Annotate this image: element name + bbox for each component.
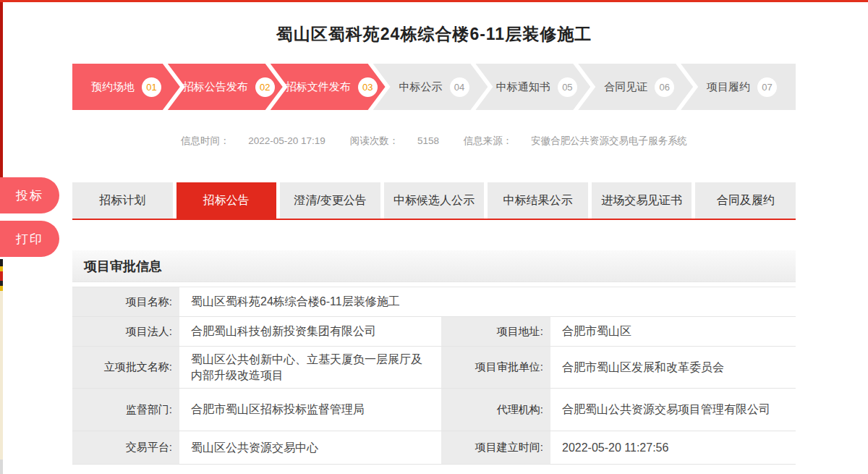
step-reserve-venue[interactable]: 预约场地 01	[72, 64, 180, 110]
step-winner-publicity[interactable]: 中标公示 04	[373, 64, 488, 110]
step-label: 中标通知书	[496, 80, 550, 94]
detail-tab-bar: 招标计划 招标公告 澄清/变更公告 中标候选人公示 中标结果公示 进场交易见证书…	[72, 182, 796, 219]
field-label: 交易平台:	[72, 431, 181, 464]
step-label: 合同见证	[604, 80, 647, 94]
field-value: 合肥市蜀山区招标投标监督管理局	[181, 389, 440, 431]
info-time-value: 2022-05-20 17:19	[248, 135, 326, 146]
step-number-badge: 05	[558, 77, 577, 97]
field-label: 监督部门:	[72, 389, 181, 431]
process-step-bar: 预约场地 01 招标公告发布 02 招标文件发布 03 中标公示 04 中标通知…	[72, 64, 796, 110]
step-tender-announcement[interactable]: 招标公告发布 02	[168, 64, 283, 110]
field-value: 2022-05-20 11:27:56	[552, 431, 796, 464]
bid-button[interactable]: 投标	[0, 177, 59, 213]
step-number-badge: 07	[757, 77, 777, 97]
step-number-badge: 04	[450, 77, 469, 97]
read-count-label: 阅读次数：	[350, 135, 399, 146]
field-label: 立项批文名称:	[72, 347, 181, 388]
step-label: 中标公示	[399, 80, 443, 94]
info-source-value: 安徽合肥公共资源交易电子服务系统	[531, 135, 687, 146]
field-value: 蜀山区公共创新中心、立基天厦负一层展厅及内部升级改造项目	[181, 347, 440, 388]
bidding-detail-page: 蜀山区蜀科苑24栋综合楼6-11层装修施工 预约场地 01 招标公告发布 02 …	[0, 0, 868, 474]
field-label: 项目建立时间:	[440, 431, 552, 464]
info-time-label: 信息时间：	[181, 135, 230, 146]
tab-contract-performance[interactable]: 合同及履约	[695, 182, 796, 219]
field-value: 合肥市蜀山区	[552, 317, 796, 346]
field-label: 项目审批单位:	[440, 347, 552, 388]
tab-tender-plan[interactable]: 招标计划	[72, 182, 173, 219]
tab-candidate-publicity[interactable]: 中标候选人公示	[384, 182, 485, 219]
article-meta-line: 信息时间： 2022-05-20 17:19 阅读次数： 5158 信息来源： …	[72, 135, 796, 148]
step-tender-documents[interactable]: 招标文件发布 03	[271, 64, 386, 110]
field-value: 合肥蜀山公共资源交易项目管理有限公司	[552, 389, 796, 431]
step-number-badge: 02	[255, 77, 275, 97]
step-number-badge: 01	[142, 77, 161, 97]
page-title: 蜀山区蜀科苑24栋综合楼6-11层装修施工	[0, 23, 868, 46]
field-label: 项目名称:	[72, 287, 181, 316]
top-red-bar	[0, 0, 868, 2]
print-button[interactable]: 打印	[0, 221, 59, 257]
field-label: 代理机构:	[440, 389, 552, 431]
field-value: 蜀山区蜀科苑24栋综合楼6-11层装修施工	[181, 287, 796, 316]
step-award-notice[interactable]: 中标通知书 05	[475, 64, 590, 110]
table-row: 项目法人: 合肥蜀山科技创新投资集团有限公司 项目地址: 合肥市蜀山区	[72, 317, 796, 347]
step-number-badge: 06	[655, 77, 674, 97]
table-row: 交易平台: 蜀山区公共资源交易中心 项目建立时间: 2022-05-20 11:…	[72, 431, 796, 465]
step-number-badge: 03	[358, 77, 378, 97]
field-label: 项目法人:	[72, 317, 181, 346]
table-row: 监督部门: 合肥市蜀山区招标投标监督管理局 代理机构: 合肥蜀山公共资源交易项目…	[72, 389, 796, 431]
info-source-label: 信息来源：	[464, 135, 513, 146]
field-value: 合肥市蜀山区发展和改革委员会	[552, 347, 796, 388]
tab-entry-certificate[interactable]: 进场交易见证书	[592, 182, 692, 219]
step-label: 预约场地	[91, 80, 135, 94]
tab-bar-underline	[72, 219, 796, 220]
step-contract-witness[interactable]: 合同见证 06	[578, 64, 693, 110]
section-title-project-approval: 项目审批信息	[72, 250, 796, 282]
step-project-performance[interactable]: 项目履约 07	[681, 64, 796, 110]
tab-tender-announcement[interactable]: 招标公告	[176, 182, 277, 219]
field-value: 合肥蜀山科技创新投资集团有限公司	[181, 317, 440, 346]
step-label: 招标公告发布	[183, 80, 248, 94]
read-count-value: 5158	[417, 135, 439, 146]
field-value: 蜀山区公共资源交易中心	[181, 431, 440, 464]
field-label: 项目地址:	[440, 317, 552, 346]
tab-clarification-change[interactable]: 澄清/变更公告	[280, 182, 380, 219]
tab-result-publicity[interactable]: 中标结果公示	[488, 182, 588, 219]
table-row: 项目名称: 蜀山区蜀科苑24栋综合楼6-11层装修施工	[72, 287, 796, 317]
step-label: 项目履约	[707, 80, 750, 94]
step-label: 招标文件发布	[286, 80, 351, 94]
table-row: 立项批文名称: 蜀山区公共创新中心、立基天厦负一层展厅及内部升级改造项目 项目审…	[72, 347, 796, 389]
project-approval-table: 项目名称: 蜀山区蜀科苑24栋综合楼6-11层装修施工 项目法人: 合肥蜀山科技…	[72, 287, 796, 465]
